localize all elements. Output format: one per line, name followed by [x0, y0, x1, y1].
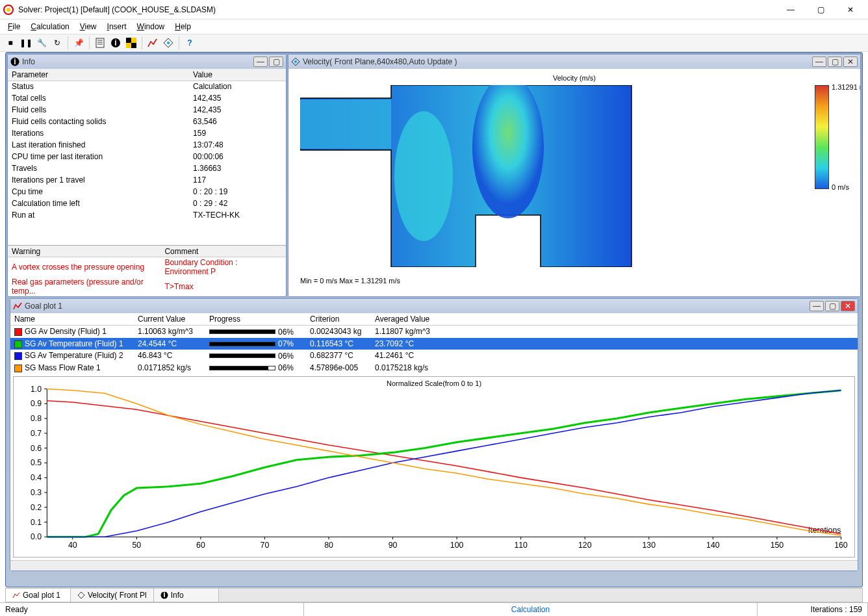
svg-text:i: i — [163, 591, 165, 599]
warn-header[interactable]: Warning — [8, 246, 160, 257]
child-min-button[interactable]: — — [253, 57, 268, 67]
menubar: File Calculation View Insert Window Help — [0, 19, 868, 34]
goalplot-icon — [13, 302, 22, 311]
goals-icon[interactable] — [125, 36, 138, 49]
child-max-button[interactable]: ▢ — [269, 57, 283, 67]
menu-help[interactable]: Help — [170, 21, 196, 32]
info-titlebar[interactable]: i Info — ▢ — [8, 55, 286, 69]
color-legend: 1.31291 m/s 0 m/s — [815, 85, 834, 189]
svg-text:70: 70 — [261, 541, 270, 550]
menu-calculation[interactable]: Calculation — [25, 21, 74, 32]
info-body: ParameterValue StatusCalculationTotal ce… — [8, 69, 286, 296]
svg-text:90: 90 — [389, 541, 398, 550]
col-avg[interactable]: Averaged Value — [371, 313, 858, 326]
svg-rect-10 — [131, 43, 136, 48]
goal-row[interactable]: SG Mass Flow Rate 1 0.0171852 kg/s 06% 4… — [10, 362, 858, 374]
pin-icon[interactable]: 📌 — [72, 36, 85, 49]
goal-chart[interactable]: Normalized Scale(from 0 to 1) 0.00.10.20… — [13, 376, 855, 558]
svg-text:0.2: 0.2 — [31, 503, 42, 512]
svg-text:150: 150 — [771, 541, 784, 550]
svg-text:i: i — [14, 57, 16, 66]
svg-text:0.7: 0.7 — [31, 429, 42, 438]
svg-text:120: 120 — [578, 541, 592, 550]
maximize-button[interactable]: ▢ — [806, 1, 836, 19]
col-cv[interactable]: Current Value — [134, 313, 205, 326]
svg-text:40: 40 — [68, 541, 77, 550]
warning-row[interactable]: A vortex crosses the pressure openingBou… — [8, 257, 286, 277]
goalplot-titlebar[interactable]: Goal plot 1 — ▢ ✕ — [10, 299, 858, 313]
pause-icon[interactable]: ❚❚ — [19, 36, 32, 49]
child-max-button[interactable]: ▢ — [825, 301, 839, 311]
stop-icon[interactable]: ■ — [4, 36, 17, 49]
svg-text:140: 140 — [706, 541, 720, 550]
col-prog[interactable]: Progress — [205, 313, 306, 326]
svg-point-18 — [394, 111, 453, 241]
refresh-icon[interactable]: ↻ — [51, 36, 64, 49]
svg-text:0.0: 0.0 — [31, 532, 42, 541]
goal-row[interactable]: GG Av Density (Fluid) 1 1.10063 kg/m^3 0… — [10, 326, 858, 338]
menu-window[interactable]: Window — [132, 21, 170, 32]
info-row[interactable]: Cpu time0 : 20 : 19 — [8, 186, 286, 198]
info-row[interactable]: StatusCalculation — [8, 81, 286, 92]
child-close-button[interactable]: ✕ — [843, 57, 858, 67]
svg-text:160: 160 — [834, 541, 848, 550]
tab-goalplot[interactable]: Goal plot 1 — [6, 589, 71, 602]
svg-text:100: 100 — [450, 541, 464, 550]
h-scrollbar[interactable] — [10, 560, 858, 571]
info-icon[interactable]: i — [109, 36, 122, 49]
child-close-button[interactable]: ✕ — [841, 301, 855, 311]
info-row[interactable]: Last iteration finished13:07:48 — [8, 139, 286, 151]
svg-text:60: 60 — [196, 541, 205, 550]
info-row[interactable]: Fluid cells142,435 — [8, 104, 286, 116]
info-row[interactable]: Calculation time left0 : 29 : 42 — [8, 198, 286, 209]
preview-icon[interactable] — [162, 36, 175, 49]
svg-text:0.1: 0.1 — [31, 518, 42, 527]
info-row[interactable]: Iterations159 — [8, 127, 286, 139]
velocity-viewport[interactable]: Velocity (m/s) 1.31291 m/s 0 m/s Min = 0… — [288, 69, 860, 296]
col-name[interactable]: Name — [10, 313, 134, 326]
tab-velocity[interactable]: Velocity( Front Pl — [71, 589, 154, 602]
document-tabs: Goal plot 1 Velocity( Front Pl iInfo — [5, 588, 863, 602]
status-iter: Iterations : 159 — [758, 603, 868, 617]
menu-file[interactable]: File — [3, 21, 25, 32]
info-row[interactable]: Run atTX-TECH-KK — [8, 209, 286, 221]
info-row[interactable]: CPU time per last iteration00:00:06 — [8, 151, 286, 162]
statusbar: Ready Calculation Iterations : 159 — [0, 602, 868, 616]
window-title: Solver: Project(1) [Default] (COOK_HOUSE… — [18, 5, 776, 14]
info-row[interactable]: Fluid cells contacting solids63,546 — [8, 116, 286, 127]
svg-text:i: i — [114, 38, 116, 47]
menu-insert[interactable]: Insert — [102, 21, 132, 32]
help-icon[interactable]: ? — [183, 36, 196, 49]
value-header[interactable]: Value — [189, 69, 286, 81]
wrench-icon[interactable]: 🔧 — [35, 36, 48, 49]
info-row[interactable]: Total cells142,435 — [8, 92, 286, 104]
goal-body: Name Current Value Progress Criterion Av… — [10, 313, 858, 571]
menu-view[interactable]: View — [75, 21, 102, 32]
svg-point-16 — [294, 60, 297, 63]
tab-info[interactable]: iInfo — [154, 589, 219, 602]
velocity-titlebar[interactable]: Velocity( Front Plane,640x480,Auto Updat… — [288, 55, 860, 69]
goal-table: Name Current Value Progress Criterion Av… — [10, 313, 858, 374]
child-min-button[interactable]: — — [812, 57, 826, 67]
goal-row[interactable]: SG Av Temperature (Fluid) 2 46.843 °C 06… — [10, 350, 858, 362]
status-ready: Ready — [0, 603, 304, 617]
svg-text:0.8: 0.8 — [31, 414, 42, 423]
svg-text:130: 130 — [643, 541, 656, 550]
warning-row[interactable]: Real gas parameters (pressure and/or tem… — [8, 277, 286, 296]
goalplot-icon[interactable] — [146, 36, 159, 49]
log-icon[interactable] — [94, 36, 107, 49]
velocity-contour — [300, 85, 638, 267]
svg-text:0.3: 0.3 — [31, 488, 42, 497]
param-header[interactable]: Parameter — [8, 69, 189, 81]
child-min-button[interactable]: — — [810, 301, 824, 311]
goal-row[interactable]: SG Av Temperature (Fluid) 1 24.4544 °C 0… — [10, 338, 858, 350]
close-button[interactable]: ✕ — [836, 1, 865, 19]
info-row[interactable]: Iterations per 1 travel117 — [8, 174, 286, 186]
col-crit[interactable]: Criterion — [306, 313, 371, 326]
comment-header[interactable]: Comment — [160, 246, 286, 257]
goalplot-title: Goal plot 1 — [25, 302, 808, 311]
legend-max: 1.31291 m/s — [832, 83, 860, 91]
child-max-button[interactable]: ▢ — [828, 57, 842, 67]
info-row[interactable]: Travels1.36663 — [8, 162, 286, 174]
minimize-button[interactable]: — — [776, 1, 806, 19]
